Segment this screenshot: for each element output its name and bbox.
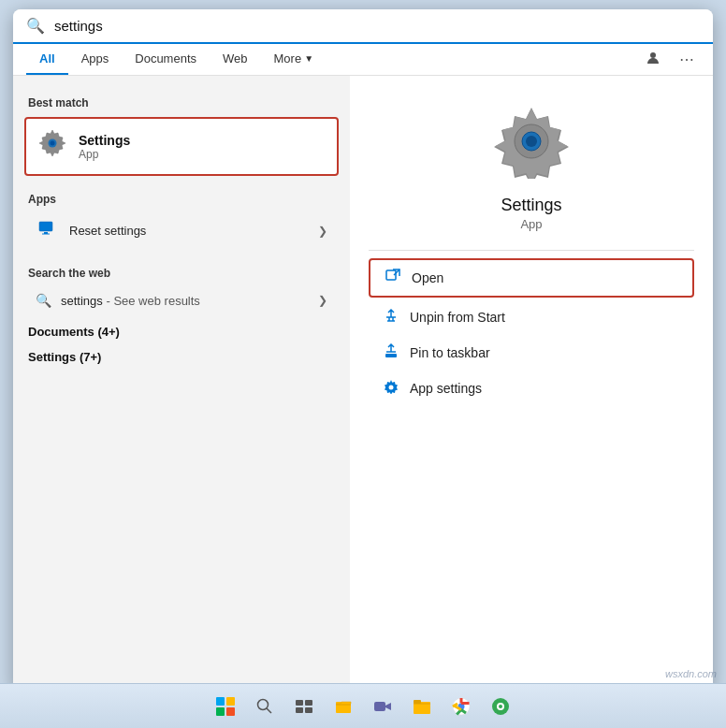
best-match-text: Settings App bbox=[79, 133, 130, 161]
open-icon bbox=[384, 269, 402, 287]
svg-rect-21 bbox=[305, 700, 312, 706]
svg-line-19 bbox=[267, 708, 271, 713]
open-action[interactable]: Open bbox=[369, 258, 694, 298]
best-match-title: Settings bbox=[79, 133, 130, 148]
app-preview-icon bbox=[494, 104, 569, 182]
pin-taskbar-action[interactable]: Pin to taskbar bbox=[369, 335, 694, 371]
start-button[interactable] bbox=[209, 690, 242, 723]
tab-documents[interactable]: Documents bbox=[122, 44, 210, 75]
web-search-query: settings bbox=[61, 294, 103, 308]
taskbar-chrome-alt-button[interactable] bbox=[484, 690, 517, 723]
app-settings-label: App settings bbox=[410, 381, 482, 396]
tab-more[interactable]: More ▼ bbox=[261, 44, 327, 75]
svg-rect-16 bbox=[385, 354, 397, 357]
svg-rect-25 bbox=[374, 702, 385, 711]
settings-section-label[interactable]: Settings (7+) bbox=[13, 342, 350, 368]
taskbar-explorer-button[interactable] bbox=[327, 690, 360, 723]
chrome-icon bbox=[452, 697, 471, 716]
taskview-icon bbox=[295, 697, 313, 716]
right-divider bbox=[369, 250, 694, 251]
pin-taskbar-icon bbox=[382, 343, 400, 362]
app-settings-action[interactable]: App settings bbox=[369, 371, 694, 406]
search-window: 🔍 All Apps Documents Web More ▼ bbox=[13, 9, 713, 692]
taskbar-files-button[interactable] bbox=[405, 690, 439, 723]
svg-point-0 bbox=[650, 52, 656, 58]
svg-rect-27 bbox=[414, 700, 421, 704]
web-section-label: Search the web bbox=[13, 259, 350, 284]
svg-point-32 bbox=[499, 705, 502, 708]
settings-gear-icon bbox=[37, 128, 67, 165]
more-chevron-icon: ▼ bbox=[304, 53, 313, 64]
reset-settings-label: Reset settings bbox=[69, 224, 146, 238]
right-panel: Settings App Open bbox=[350, 76, 713, 692]
files-icon bbox=[412, 696, 432, 717]
web-search-text: settings - See web results bbox=[61, 294, 200, 308]
account-icon-button[interactable] bbox=[640, 47, 666, 73]
unpin-icon bbox=[382, 308, 400, 327]
svg-rect-6 bbox=[42, 234, 50, 235]
taskbar-chrome-button[interactable] bbox=[444, 690, 478, 723]
web-search-loop-icon: 🔍 bbox=[36, 293, 51, 308]
search-input[interactable] bbox=[54, 18, 700, 34]
svg-point-9 bbox=[526, 136, 537, 147]
reset-settings-item[interactable]: Reset settings ❯ bbox=[24, 211, 339, 250]
svg-point-3 bbox=[51, 141, 55, 146]
unpin-label: Unpin from Start bbox=[410, 310, 505, 325]
web-search-suffix: - See web results bbox=[106, 294, 199, 308]
pin-taskbar-label: Pin to taskbar bbox=[410, 345, 490, 360]
explorer-icon bbox=[334, 697, 353, 716]
chrome-alt-icon bbox=[491, 697, 510, 716]
app-preview-type: App bbox=[520, 217, 542, 231]
left-panel: Best match Settings App Apps bbox=[13, 76, 350, 692]
svg-rect-23 bbox=[305, 707, 312, 713]
best-match-label: Best match bbox=[13, 89, 350, 113]
search-bar-icon: 🔍 bbox=[26, 17, 45, 35]
apps-section-label: Apps bbox=[13, 185, 350, 210]
tab-apps[interactable]: Apps bbox=[68, 44, 123, 75]
svg-rect-4 bbox=[39, 222, 52, 231]
web-search-left: 🔍 settings - See web results bbox=[36, 293, 200, 308]
more-options-button[interactable]: ⋯ bbox=[674, 47, 700, 72]
documents-section-label[interactable]: Documents (4+) bbox=[13, 317, 350, 342]
content-area: Best match Settings App Apps bbox=[13, 76, 713, 692]
web-search-chevron: ❯ bbox=[318, 294, 327, 307]
ellipsis-icon: ⋯ bbox=[679, 51, 694, 67]
watermark: wsxdn.com bbox=[665, 668, 717, 679]
taskbar-search-button[interactable] bbox=[248, 690, 282, 723]
reset-settings-icon bbox=[36, 219, 58, 242]
svg-point-17 bbox=[389, 386, 394, 390]
unpin-action[interactable]: Unpin from Start bbox=[369, 299, 694, 335]
tab-all[interactable]: All bbox=[26, 44, 68, 75]
windows-logo-icon bbox=[216, 697, 235, 716]
tabs-bar: All Apps Documents Web More ▼ ⋯ bbox=[13, 44, 713, 76]
action-list: Open Unpin from Start bbox=[369, 258, 694, 406]
person-icon bbox=[646, 51, 661, 66]
best-match-subtitle: App bbox=[79, 148, 130, 161]
app-preview-name: Settings bbox=[501, 196, 561, 215]
app-settings-icon bbox=[382, 379, 400, 398]
taskbar-search-icon bbox=[255, 697, 274, 716]
tabs-right-actions: ⋯ bbox=[640, 47, 700, 73]
best-match-settings[interactable]: Settings App bbox=[24, 117, 339, 176]
svg-rect-22 bbox=[296, 707, 303, 713]
reset-settings-left: Reset settings bbox=[36, 219, 146, 242]
taskbar-video-button[interactable] bbox=[366, 690, 399, 723]
open-label: Open bbox=[412, 270, 443, 285]
svg-point-18 bbox=[258, 699, 269, 709]
taskbar bbox=[0, 683, 726, 728]
svg-rect-20 bbox=[296, 700, 303, 706]
tab-web[interactable]: Web bbox=[210, 44, 261, 75]
reset-settings-chevron: ❯ bbox=[318, 225, 327, 238]
web-search-item[interactable]: 🔍 settings - See web results ❯ bbox=[24, 285, 339, 315]
search-bar: 🔍 bbox=[13, 9, 713, 44]
taskbar-taskview-button[interactable] bbox=[287, 690, 321, 723]
video-icon bbox=[373, 697, 392, 716]
